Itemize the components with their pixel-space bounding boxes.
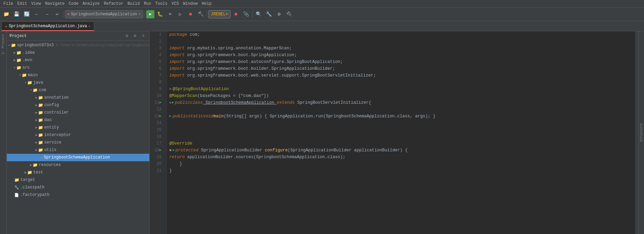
structure-stripe[interactable]: Structure [639,31,644,234]
tree-test[interactable]: ▶ 📁 test [7,169,149,176]
attach-btn[interactable]: 📎 [241,10,251,19]
search-btn[interactable]: 🔍 [254,10,264,19]
menu-analyze[interactable]: Analyze [81,0,102,7]
layout-icon[interactable]: ⊞ [132,33,138,39]
settings-btn[interactable]: ⚙ [274,10,284,19]
dao-label: dao [44,118,52,122]
sep3 [207,11,207,18]
tree-interceptor[interactable]: ▶ 📁 interceptor [7,131,149,139]
tree-classpath[interactable]: 🔧 .classpath [7,184,149,191]
menu-edit[interactable]: Edit [15,0,29,7]
mvn-label: .mvn [22,58,32,63]
expand-arrow: ▾ [8,43,10,47]
menu-refactor[interactable]: Refactor [102,0,125,7]
menu-code[interactable]: Code [67,0,81,7]
back-btn[interactable]: ← [32,10,41,19]
menu-navigate[interactable]: Navigate [43,0,67,7]
menu-help[interactable]: Help [200,0,214,7]
tree-idea[interactable]: ▶ 📁 .idea [7,49,149,56]
run-with-btn[interactable]: ▷ [175,10,185,19]
classpath-label: .classpath [20,185,45,190]
stop-btn[interactable]: ■ [186,10,195,19]
build-btn[interactable]: 🔨 [196,10,205,19]
arrow: ▾ [14,66,16,70]
sync-btn[interactable]: 🔄 [22,10,31,19]
tree-entity[interactable]: ▶ 📁 entity [7,124,149,131]
gear-icon[interactable]: ⚙ [123,33,130,39]
fold-icon-18[interactable]: ◉ [169,147,171,154]
run-button[interactable]: ▶ [146,10,154,18]
sep2 [145,11,145,18]
line-number-4: 4 [150,52,164,58]
tree-utils[interactable]: ▶ 📁 utils [7,146,149,154]
arrow: ▶ [35,111,37,115]
tree-main-class[interactable]: ☕ SpringbootSchemaApplication [7,154,149,161]
profile-btn[interactable]: ■ [231,10,241,19]
structure-label[interactable]: Structure [640,123,643,142]
arrow: ▾ [24,81,27,85]
tree-config[interactable]: ▶ 📁 config [7,101,149,109]
arrow: ▾ [30,88,32,92]
entity-label: entity [44,125,59,130]
run-gutter-icon[interactable]: ▶ [159,113,162,120]
code-line-21: } [169,167,632,174]
java-class-icon: ☕ [41,155,43,160]
tree-com[interactable]: ▾ 📁 com [7,86,149,94]
src-label: src [22,65,30,70]
menu-bar: File Edit View Navigate Code Analyze Ref… [0,0,644,7]
open-folder-btn[interactable]: 📁 [1,10,11,19]
fold-icon-11[interactable]: ↻ [169,99,171,106]
tree-target[interactable]: 📁 target [7,176,149,184]
code-line-7: import org.springframework.boot.web.serv… [169,72,632,79]
settings-icon[interactable]: ≡ [140,33,147,39]
coverage-btn[interactable]: ☂ [165,10,175,19]
menu-window[interactable]: Window [181,0,200,7]
line-number-1: 1 [150,31,164,38]
tree-java[interactable]: ▾ 📁 java [7,79,149,86]
jrebel-button[interactable]: JREBEL▾ [208,10,230,18]
tree-controller[interactable]: ▶ 📁 controller [7,109,149,116]
panel-header: Project ⚙ ⊞ ≡ [7,31,149,41]
menu-tools[interactable]: Tools [153,0,170,7]
tree-mvn[interactable]: ▶ 📁 .mvn [7,56,149,64]
run-gutter-icon[interactable]: ▶ [159,99,162,106]
tree-service[interactable]: ▶ 📁 service [7,139,149,146]
code-line-16 [169,133,632,140]
com-folder-icon: 📁 [33,88,38,93]
test-label: test [33,170,43,175]
tree-root[interactable]: ▾ 📁 springboot073x3 C:\Users\22680\Deskt… [7,41,149,49]
target-label: target [20,178,35,182]
debug-btn[interactable]: 🐛 [155,10,165,19]
menu-build[interactable]: Build [125,0,142,7]
fold-icon-9[interactable]: ↻ [169,86,171,93]
run-inline-18[interactable]: ▶ [173,147,175,154]
menu-run[interactable]: Run [142,0,153,7]
run-config-dropdown[interactable]: # SpringbootSchemaApplication ▾ [65,10,143,18]
forward-btn[interactable]: → [42,10,52,19]
menu-view[interactable]: View [29,0,43,7]
tools-btn[interactable]: 🔧 [264,10,274,19]
tree-src[interactable]: ▾ 📁 src [7,64,149,71]
editor-scrollbar[interactable] [635,31,639,234]
plugins-btn[interactable]: 🔌 [285,10,294,19]
tree-resources[interactable]: ▶ 📁 resources [7,161,149,169]
project-stripe-label[interactable]: 1: Project [1,33,6,56]
run-inline-13[interactable]: ▶ [169,113,171,120]
line-number-17: 17 [150,140,164,147]
arrow: ▾ [19,73,21,77]
tab-springboot-main[interactable]: ☕ SpringbootSchemaApplication.java ✕ [1,21,94,31]
run-inline-icon[interactable]: ▶ [172,99,174,106]
controller-label: controller [44,110,69,115]
tree-annotation[interactable]: ▶ 📁 annotation [7,94,149,101]
tree-dao[interactable]: ▶ 📁 dao [7,116,149,124]
tree-main[interactable]: ▾ 📁 main [7,71,149,79]
menu-file[interactable]: File [1,0,15,7]
tab-close-btn[interactable]: ✕ [88,24,90,28]
save-btn[interactable]: 💾 [12,10,21,19]
run-gutter-icon[interactable]: ▶ [159,147,162,154]
undo-btn[interactable]: ↩ [52,10,62,19]
menu-vcs[interactable]: VCS [170,0,181,7]
code-content[interactable]: package com;import org.mybatis.spring.an… [167,31,635,234]
service-folder-icon: 📁 [38,140,43,145]
tree-factorypath[interactable]: 📄 .factorypath [7,191,149,199]
